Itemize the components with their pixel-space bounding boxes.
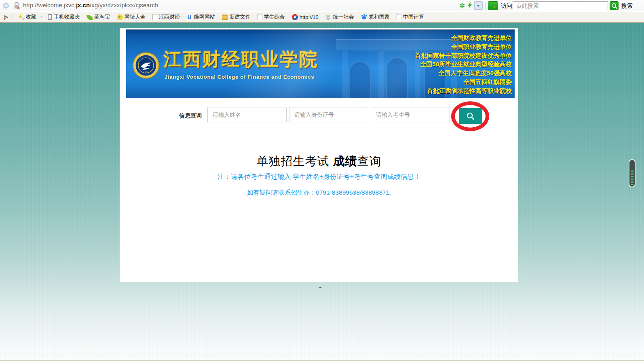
bookmarks-bar: |> | 收藏 · 手机收藏夹 爱淘宝 网址大全 江西财经 维网网站	[0, 12, 644, 23]
lightning-icon[interactable]	[467, 2, 473, 10]
page-background: 1960 江西财经职业学院 Jiangxi Vocational College…	[0, 23, 644, 363]
page-icon	[397, 14, 401, 20]
accolade-line: 首批江西省示范性高等职业院校	[415, 86, 512, 95]
bookmark-weiwang-site[interactable]: 维网网站	[187, 13, 215, 21]
bookmark-student-portal[interactable]: 学生综合	[258, 13, 285, 21]
svg-text:✕: ✕	[17, 6, 20, 9]
sidebar-toggle-icon[interactable]: |>	[4, 14, 7, 20]
bookmark-aitaobao[interactable]: 爱淘宝	[87, 13, 110, 21]
bookmark-jiangxi-caijing[interactable]: 江西财经	[152, 13, 180, 21]
college-banner: 1960 江西财经职业学院 Jiangxi Vocational College…	[126, 29, 515, 98]
college-name: 江西财经职业学院	[163, 47, 319, 71]
browser-window: ✕ http://welcome.jxvc.jx.cn/xg/yx/dzxx/p…	[0, 0, 644, 363]
toolbar-dropdown-button[interactable]	[474, 1, 483, 10]
bookmark-china-compute[interactable]: 中国计算	[397, 13, 424, 21]
star-icon	[17, 14, 24, 20]
id-number-input[interactable]	[289, 107, 368, 122]
name-input[interactable]	[207, 107, 287, 122]
score-search-button[interactable]	[459, 108, 482, 124]
search-label[interactable]: 搜索	[621, 2, 633, 10]
bookmark-http10[interactable]: http://10	[292, 14, 319, 20]
accolade-line: 全国50所毕业生就业典型经验高校	[415, 60, 512, 69]
address-bar: ✕ http://welcome.jxvc.jx.cn/xg/yx/dzxx/p…	[0, 0, 644, 11]
accolade-line: 首批国家骨干高职院校建设优秀单位	[415, 51, 512, 60]
plus-circle-icon	[117, 14, 123, 20]
url-field[interactable]: http://welcome.jxvc.jx.cn/xg/yx/dzxx/pkx…	[23, 2, 158, 8]
accolade-line: 全国职业教育先进单位	[415, 42, 512, 51]
aperture-icon[interactable]	[459, 3, 465, 10]
scrollbar-indicator[interactable]	[629, 159, 636, 187]
stray-dot	[319, 287, 321, 288]
statusbar-area	[0, 361, 644, 363]
magnifier-icon	[465, 111, 476, 122]
accolade-list: 全国财政教育先进单位 全国职业教育先进单位 首批国家骨干高职院校建设优秀单位 全…	[415, 34, 512, 95]
accolade-line: 全国五四红旗团委	[415, 78, 512, 86]
page-icon	[258, 14, 262, 20]
folder-icon	[222, 15, 228, 20]
u-letter-icon	[187, 14, 192, 20]
rings-icon	[325, 14, 332, 20]
instruction-note: 注：请各位考生通过输入 学生姓名+身份证号+考生号查询成绩信息！	[120, 172, 518, 181]
bookmark-dot-separator: ·	[40, 13, 42, 21]
page-title: 单独招生考试 成绩查询	[120, 153, 518, 170]
bookmark-site-directory[interactable]: 网址大全	[117, 13, 146, 21]
logo-year: 1960	[143, 71, 149, 73]
candidate-number-input[interactable]	[371, 107, 450, 122]
toolbar-separator	[485, 2, 486, 10]
bookmark-mobile-favorites[interactable]: 手机收藏夹	[48, 13, 80, 21]
college-logo: 1960	[133, 52, 159, 80]
contact-note: 如有疑问请联系招生办：0791-83899638/83898371.	[120, 189, 518, 197]
go-button[interactable]: →	[488, 1, 498, 10]
content-card: 1960 江西财经职业学院 Jiangxi Vocational College…	[120, 28, 518, 282]
accolade-line: 全国财政教育先进单位	[415, 34, 512, 42]
college-name-english: Jiangxi Vocational College of Finance an…	[165, 74, 314, 80]
bookmark-favorites[interactable]: 收藏	[17, 13, 36, 21]
leaf-icon	[87, 15, 93, 21]
page-icon	[152, 14, 157, 20]
site-loading-icon	[3, 3, 9, 8]
globe-icon	[292, 14, 298, 20]
bookmark-new-file[interactable]: 新建文件	[222, 13, 251, 21]
visit-label[interactable]: 访问	[501, 2, 512, 10]
query-label: 信息查询	[179, 112, 202, 120]
paw-icon	[361, 14, 367, 20]
browser-search-input[interactable]	[513, 1, 608, 10]
bookmark-party-state[interactable]: 党和国家	[361, 13, 390, 21]
browser-search-button[interactable]	[610, 1, 619, 10]
phone-icon	[48, 14, 52, 20]
gate-illustration	[336, 33, 462, 98]
insecure-lock-icon: ✕	[13, 2, 20, 9]
bookmarks-separator: |	[11, 13, 13, 21]
scroll-progress-stripes	[631, 170, 633, 185]
bookmark-unified-social[interactable]: 统一社会	[325, 13, 354, 21]
accolade-line: 全国大学生满意度50强高校	[415, 69, 512, 78]
